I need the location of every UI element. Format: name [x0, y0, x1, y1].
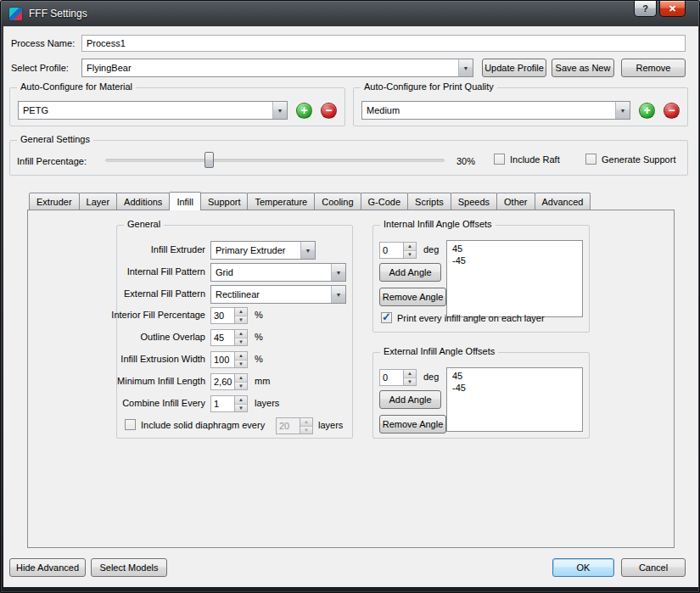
spinner-arrows[interactable]: ▲▼: [403, 369, 417, 386]
tab-other[interactable]: Other: [496, 193, 535, 210]
help-button[interactable]: ?: [634, 1, 657, 17]
spinner-arrows[interactable]: ▲▼: [234, 395, 248, 412]
title-bar[interactable]: FFF Settings ? ✕: [1, 1, 699, 26]
tab-support[interactable]: Support: [200, 193, 249, 210]
spin-up-icon: ▲: [235, 308, 247, 316]
spinner-arrows[interactable]: ▲▼: [234, 307, 248, 324]
save-as-new-button[interactable]: Save as New: [552, 59, 614, 77]
internal-angle-spinner[interactable]: 0 ▲▼: [379, 242, 417, 259]
remove-internal-angle-button[interactable]: Remove Angle: [379, 288, 446, 306]
material-select[interactable]: PETG ▼: [18, 101, 288, 120]
auto-material-row: PETG ▼ + −: [10, 88, 344, 120]
tab-speeds[interactable]: Speeds: [451, 193, 497, 210]
add-quality-button[interactable]: +: [639, 103, 655, 119]
minimum-infill-length-unit: mm: [255, 376, 270, 386]
include-raft-checkbox[interactable]: [494, 154, 505, 165]
interior-fill-percentage-spinner[interactable]: 30 ▲▼: [210, 307, 248, 324]
slider-track: [105, 159, 445, 162]
hide-advanced-button[interactable]: Hide Advanced: [9, 558, 86, 577]
external-angle-list[interactable]: 45 -45: [446, 367, 583, 432]
remove-profile-button[interactable]: Remove: [621, 59, 686, 77]
profile-select[interactable]: FlyingBear ▼: [81, 59, 473, 77]
solid-diaphragm-checkbox[interactable]: [125, 419, 136, 430]
external-angle-spinner[interactable]: 0 ▲▼: [379, 369, 417, 386]
select-models-button[interactable]: Select Models: [91, 558, 167, 577]
add-internal-angle-button[interactable]: Add Angle: [379, 263, 441, 282]
chevron-down-icon: ▼: [331, 286, 345, 303]
generate-support-option[interactable]: Generate Support: [585, 154, 675, 165]
internal-angle-list[interactable]: 45 -45: [446, 240, 583, 317]
external-angle-unit: deg: [423, 372, 439, 382]
infill-percentage-slider[interactable]: [105, 152, 445, 168]
angle-list-item[interactable]: 45: [451, 243, 579, 255]
internal-fill-pattern-select[interactable]: Grid ▼: [210, 263, 346, 282]
tab-temperature[interactable]: Temperature: [247, 193, 315, 210]
spinner-arrows[interactable]: ▲▼: [234, 351, 248, 368]
internal-offsets-group: Internal Infill Angle Offsets 0 ▲▼ deg 4…: [372, 225, 590, 333]
include-raft-option[interactable]: Include Raft: [494, 154, 560, 165]
infill-extrusion-width-spinner[interactable]: 100 ▲▼: [210, 351, 248, 368]
general-settings-title: General Settings: [17, 134, 93, 144]
tab-cooling[interactable]: Cooling: [314, 193, 361, 210]
infill-extruder-select[interactable]: Primary Extruder ▼: [210, 241, 316, 260]
remove-material-button[interactable]: −: [321, 103, 337, 119]
chevron-down-icon: ▼: [300, 242, 315, 259]
spinner-arrows: ▲▼: [300, 417, 313, 434]
tab-scripts[interactable]: Scripts: [407, 193, 451, 210]
update-profile-button[interactable]: Update Profile: [482, 59, 546, 77]
angle-list-item[interactable]: 45: [451, 370, 579, 382]
process-name-input[interactable]: Process1: [81, 35, 686, 52]
select-profile-label: Select Profile:: [11, 63, 69, 73]
outline-overlap-spinner[interactable]: 45 ▲▼: [210, 329, 248, 346]
combine-infill-every-unit: layers: [255, 398, 279, 408]
auto-quality-row: Medium ▼ + −: [354, 88, 687, 120]
spin-down-icon: ▼: [235, 316, 247, 324]
external-offsets-title: External Infill Angle Offsets: [380, 346, 498, 356]
tab-g-code[interactable]: G-Code: [361, 193, 409, 210]
spin-up-icon: ▲: [235, 352, 247, 361]
external-offsets-group: External Infill Angle Offsets 0 ▲▼ deg 4…: [372, 352, 590, 439]
tab-extruder[interactable]: Extruder: [29, 193, 80, 210]
minimum-infill-length-spinner[interactable]: 2,60 ▲▼: [210, 373, 248, 390]
print-every-angle-option[interactable]: Print every infill angle on each layer: [381, 312, 545, 323]
tab-advanced[interactable]: Advanced: [535, 193, 591, 210]
app-icon: [9, 8, 22, 20]
angle-list-item[interactable]: -45: [451, 382, 579, 394]
print-every-angle-checkbox[interactable]: [381, 312, 392, 323]
ok-button[interactable]: OK: [552, 558, 614, 577]
remove-quality-button[interactable]: −: [664, 103, 680, 119]
close-button[interactable]: ✕: [659, 1, 686, 17]
tab-layer[interactable]: Layer: [79, 193, 118, 210]
spin-down-icon: ▼: [235, 338, 247, 346]
spinner-arrows[interactable]: ▲▼: [234, 373, 248, 390]
quality-select[interactable]: Medium ▼: [361, 101, 630, 120]
slider-handle[interactable]: [204, 152, 214, 168]
process-name-label: Process Name:: [11, 38, 75, 48]
internal-fill-pattern-label: Internal Fill Pattern: [110, 266, 205, 277]
spinner-arrows[interactable]: ▲▼: [403, 242, 417, 259]
add-material-button[interactable]: +: [296, 103, 312, 119]
spin-down-icon: ▼: [404, 378, 416, 386]
include-raft-label: Include Raft: [510, 154, 560, 165]
add-external-angle-button[interactable]: Add Angle: [379, 390, 441, 409]
infill-percentage-value: 30%: [448, 156, 475, 166]
solid-diaphragm-option[interactable]: Include solid diaphragm every: [125, 419, 265, 430]
spin-down-icon: ▼: [235, 383, 247, 390]
fff-settings-window: FFF Settings ? ✕ Process Name: Process1 …: [0, 0, 700, 593]
spin-up-icon: ▲: [404, 243, 416, 251]
chevron-down-icon: ▼: [615, 102, 630, 119]
external-fill-pattern-select[interactable]: Rectilinear ▼: [210, 285, 346, 304]
tab-infill[interactable]: Infill: [169, 192, 201, 210]
spin-up-icon: ▲: [300, 418, 312, 427]
spinner-arrows[interactable]: ▲▼: [234, 329, 248, 346]
angle-list-item[interactable]: -45: [451, 255, 579, 266]
infill-extrusion-width-unit: %: [255, 354, 263, 364]
combine-infill-every-spinner[interactable]: 1 ▲▼: [210, 395, 248, 412]
remove-external-angle-button[interactable]: Remove Angle: [379, 415, 446, 434]
generate-support-checkbox[interactable]: [585, 154, 596, 165]
auto-material-group: Auto-Configure for Material PETG ▼ + −: [9, 87, 345, 126]
spin-down-icon: ▼: [235, 361, 247, 368]
tab-additions[interactable]: Additions: [116, 193, 170, 210]
cancel-button[interactable]: Cancel: [621, 558, 686, 577]
auto-quality-group: Auto-Configure for Print Quality Medium …: [353, 87, 688, 126]
